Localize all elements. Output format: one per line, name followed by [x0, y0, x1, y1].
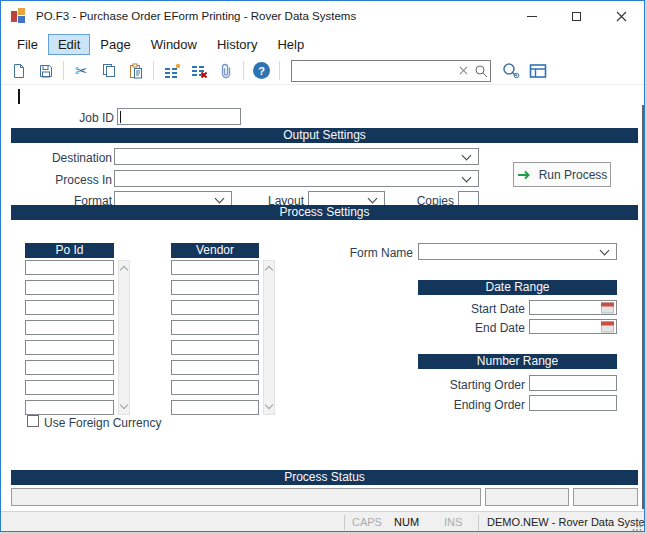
statusbar-separator: [344, 515, 345, 530]
search-input[interactable]: [292, 62, 454, 80]
add-rows-icon: [163, 63, 181, 79]
close-button[interactable]: [599, 1, 644, 31]
process-status-field: [485, 488, 569, 506]
po-id-row-input[interactable]: [25, 400, 114, 415]
paste-icon: [128, 63, 144, 79]
run-process-button[interactable]: Run Process: [513, 162, 611, 187]
search-box: [291, 60, 491, 82]
minimize-icon: [527, 16, 537, 17]
form-name-select[interactable]: [418, 243, 617, 260]
number-range-header: Number Range: [418, 354, 617, 369]
menu-item-history[interactable]: History: [207, 34, 267, 55]
session-context: DEMO.NEW - Rover Data Systems: [487, 516, 645, 528]
starting-order-input[interactable]: [529, 375, 617, 391]
start-date-label: Start Date: [431, 302, 525, 316]
paste-button[interactable]: [123, 59, 148, 83]
new-document-button[interactable]: [6, 59, 31, 83]
vendor-row-input[interactable]: [171, 280, 259, 295]
run-arrow-icon: [517, 169, 532, 181]
save-icon: [38, 63, 54, 79]
delete-rows-button[interactable]: [186, 59, 211, 83]
vendor-row-input[interactable]: [171, 400, 259, 415]
clear-search-icon: [459, 66, 468, 75]
attachment-button[interactable]: [213, 59, 238, 83]
toolbar-separator: [153, 61, 154, 80]
po-id-row-input[interactable]: [25, 300, 114, 315]
ins-indicator: INS: [444, 516, 462, 528]
process-in-select[interactable]: [114, 170, 479, 187]
job-id-label: Job ID: [41, 111, 114, 125]
statusbar-separator: [478, 515, 479, 530]
lookup-button[interactable]: [498, 59, 523, 83]
po-id-row-input[interactable]: [25, 280, 114, 295]
vendor-row-input[interactable]: [171, 260, 259, 275]
job-id-caret: [120, 111, 121, 123]
copy-icon: [101, 63, 117, 79]
ending-order-label: Ending Order: [411, 398, 525, 412]
resize-grip[interactable]: [632, 521, 642, 531]
vendor-row-input[interactable]: [171, 320, 259, 335]
po-id-list-header: Po Id: [25, 243, 114, 258]
cut-icon: ✂: [75, 63, 88, 78]
form-right-border: [642, 105, 644, 509]
process-status-field: [573, 488, 638, 506]
po-id-row-input[interactable]: [25, 260, 114, 275]
scroll-up-icon[interactable]: [120, 266, 128, 274]
scroll-down-icon[interactable]: [120, 401, 128, 409]
maximize-button[interactable]: [554, 1, 599, 31]
help-icon: ?: [253, 62, 270, 79]
scroll-down-icon[interactable]: [265, 401, 273, 409]
po-id-row-input[interactable]: [25, 340, 114, 355]
menu-item-edit[interactable]: Edit: [48, 34, 90, 55]
job-id-input[interactable]: [117, 108, 241, 125]
statusbar: CAPS NUM INS DEMO.NEW - Rover Data Syste…: [1, 511, 644, 532]
destination-select[interactable]: [114, 148, 479, 165]
vendor-row-input[interactable]: [171, 300, 259, 315]
ending-order-input[interactable]: [529, 395, 617, 411]
help-button[interactable]: ?: [249, 59, 274, 83]
menu-item-page[interactable]: Page: [90, 34, 140, 55]
vendor-row-input[interactable]: [171, 360, 259, 375]
search-submit-button[interactable]: [472, 61, 490, 81]
use-foreign-currency-checkbox[interactable]: [27, 415, 39, 427]
add-rows-button[interactable]: [159, 59, 184, 83]
date-range-header: Date Range: [418, 280, 617, 295]
menu-item-help[interactable]: Help: [267, 34, 314, 55]
toolbar-separator: [243, 61, 244, 80]
starting-order-label: Starting Order: [411, 378, 525, 392]
new-document-icon: [11, 63, 27, 79]
menubar: File Edit Page Window History Help: [1, 31, 644, 57]
minimize-button[interactable]: [509, 1, 554, 31]
toolbar-separator: [279, 61, 280, 80]
toolbar: ✂ ?: [1, 57, 644, 85]
destination-label: Destination: [21, 151, 112, 165]
vendor-row-input[interactable]: [171, 340, 259, 355]
save-button[interactable]: [33, 59, 58, 83]
scroll-up-icon[interactable]: [265, 266, 273, 274]
po-id-scrollbar[interactable]: [118, 260, 130, 415]
attachment-icon: [218, 63, 234, 79]
po-id-row-input[interactable]: [25, 360, 114, 375]
app-icon: [11, 8, 27, 24]
toolbar-separator: [63, 61, 64, 80]
titlebar: PO.F3 - Purchase Order EForm Printing - …: [1, 1, 644, 31]
menu-item-file[interactable]: File: [7, 34, 48, 55]
use-foreign-currency-label: Use Foreign Currency: [44, 416, 184, 430]
maximize-icon: [572, 12, 581, 21]
calendar-icon[interactable]: [601, 321, 614, 332]
output-settings-header: Output Settings: [11, 128, 638, 143]
po-id-row-input[interactable]: [25, 380, 114, 395]
vendor-row-input[interactable]: [171, 380, 259, 395]
delete-rows-icon: [190, 63, 208, 79]
cut-button[interactable]: ✂: [69, 59, 94, 83]
calendar-icon[interactable]: [601, 302, 614, 313]
copy-button[interactable]: [96, 59, 121, 83]
window-title: PO.F3 - Purchase Order EForm Printing - …: [36, 10, 356, 22]
clear-search-button[interactable]: [454, 61, 472, 81]
window-layout-icon: [529, 63, 547, 79]
menu-item-window[interactable]: Window: [141, 34, 207, 55]
process-status-field: [11, 488, 481, 506]
po-id-row-input[interactable]: [25, 320, 114, 335]
window-layout-button[interactable]: [525, 59, 550, 83]
vendor-scrollbar[interactable]: [263, 260, 275, 415]
